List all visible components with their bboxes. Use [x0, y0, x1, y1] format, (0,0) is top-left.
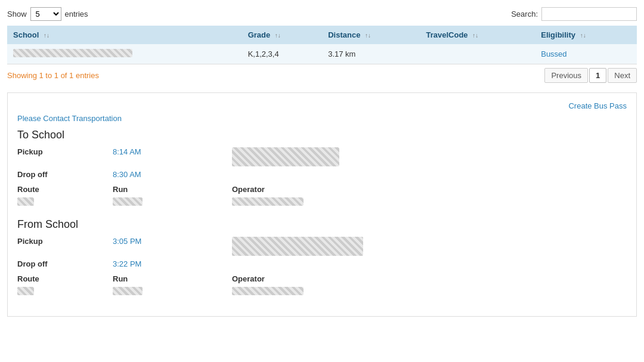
pickup-value: 8:14 AM	[113, 146, 232, 168]
cell-travelcode	[420, 44, 535, 64]
route-col-header: Route	[17, 185, 113, 194]
to-school-detail-grid: Pickup 8:14 AM Drop off 8:30 AM	[17, 146, 627, 180]
cell-school	[7, 44, 242, 64]
col-school[interactable]: School ↑↓	[7, 26, 242, 44]
sort-icon-travelcode: ↑↓	[472, 32, 478, 39]
pickup-label: Pickup	[17, 146, 113, 168]
school-redacted	[13, 49, 132, 57]
pagination-buttons: Previous 1 Next	[544, 68, 637, 83]
show-label: Show	[7, 10, 27, 18]
cell-distance: 3.17 km	[322, 44, 420, 64]
search-input[interactable]	[541, 7, 637, 21]
from-school-detail-grid: Pickup 3:05 PM Drop off 3:22 PM	[17, 236, 627, 270]
from-school-col-headers: Route Run Operator	[17, 274, 627, 283]
to-school-col-values	[17, 196, 627, 209]
from-school-col-values	[17, 286, 627, 298]
pickup-redacted	[232, 146, 627, 168]
run-value	[113, 196, 232, 209]
entries-label: entries	[65, 10, 88, 18]
from-dropoff-label: Drop off	[17, 258, 113, 270]
show-entries: Show 5 10 25 50 100 entries	[7, 7, 88, 21]
from-pickup-redacted-bar	[232, 237, 363, 256]
search-label: Search:	[511, 10, 538, 18]
table-row: K,1,2,3,4 3.17 km Bussed	[7, 44, 637, 64]
top-controls: Show 5 10 25 50 100 entries Search:	[7, 7, 637, 21]
from-route-col-header: Route	[17, 274, 113, 283]
sort-icon-grade: ↑↓	[275, 32, 281, 39]
from-pickup-label: Pickup	[17, 236, 113, 257]
dropoff-label: Drop off	[17, 169, 113, 180]
page-1-button[interactable]: 1	[589, 68, 606, 83]
from-pickup-redacted	[232, 236, 627, 257]
route-value	[17, 196, 113, 209]
from-operator-col-header: Operator	[232, 274, 627, 283]
sort-icon-school: ↑↓	[44, 32, 49, 39]
eligibility-link[interactable]: Bussed	[541, 49, 566, 58]
run-col-header: Run	[113, 185, 232, 194]
entries-select[interactable]: 5 10 25 50 100	[30, 7, 61, 21]
cell-grade: K,1,2,3,4	[242, 44, 323, 64]
school-table: School ↑↓ Grade ↑↓ Distance ↑↓ TravelCod…	[7, 26, 637, 64]
table-header-row: School ↑↓ Grade ↑↓ Distance ↑↓ TravelCod…	[7, 26, 637, 44]
to-school-title: To School	[17, 129, 627, 141]
contact-transport-label[interactable]: Please Contact Transportation	[17, 114, 627, 123]
create-bus-pass-link[interactable]: Create Bus Pass	[568, 101, 627, 110]
col-travelcode[interactable]: TravelCode ↑↓	[420, 26, 535, 44]
from-school-title: From School	[17, 218, 627, 231]
next-button[interactable]: Next	[608, 68, 637, 83]
pagination-row: Showing 1 to 1 of 1 entries Previous 1 N…	[7, 68, 637, 83]
prev-button[interactable]: Previous	[544, 68, 588, 83]
search-box: Search:	[511, 7, 637, 21]
from-operator-value	[232, 286, 627, 298]
dropoff-value: 8:30 AM	[113, 169, 232, 180]
pickup-redacted-bar	[232, 147, 339, 166]
from-run-col-header: Run	[113, 274, 232, 283]
from-run-value	[113, 286, 232, 298]
col-distance[interactable]: Distance ↑↓	[322, 26, 420, 44]
transport-card: Create Bus Pass Please Contact Transport…	[7, 92, 637, 317]
operator-col-header: Operator	[232, 185, 627, 194]
col-eligibility[interactable]: Eligibility ↑↓	[535, 26, 637, 44]
cell-eligibility: Bussed	[535, 44, 637, 64]
col-grade[interactable]: Grade ↑↓	[242, 26, 323, 44]
transport-card-header: Create Bus Pass	[17, 101, 627, 110]
sort-icon-eligibility: ↑↓	[580, 32, 586, 39]
showing-info: Showing 1 to 1 of 1 entries	[7, 71, 99, 80]
from-route-value	[17, 286, 113, 298]
operator-value	[232, 196, 627, 209]
to-school-col-headers: Route Run Operator	[17, 185, 627, 194]
sort-icon-distance: ↑↓	[365, 32, 371, 39]
from-pickup-value: 3:05 PM	[113, 236, 232, 257]
from-dropoff-value: 3:22 PM	[113, 258, 232, 270]
